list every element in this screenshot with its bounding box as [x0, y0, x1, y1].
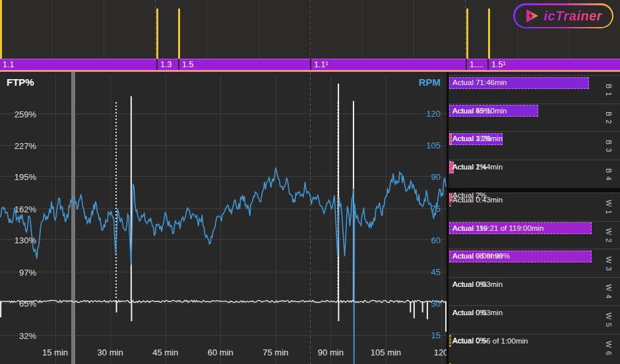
stat-group-label: W 2 [600, 222, 617, 250]
rpm-tick-label: 30 [408, 299, 441, 309]
ftp-tick-label: 65% [3, 299, 36, 309]
stat-row[interactable]: Actual 1:28min [449, 132, 620, 146]
stat-row-text: Actual 0:43min [452, 193, 503, 207]
timeline-gridline [362, 0, 363, 59]
ftp-tick-label: 195% [3, 172, 36, 182]
stat-row[interactable]: Actual 119:21 of 119:00min [449, 222, 620, 235]
stat-row-text: Actual 0:56 of 1:00min [452, 334, 528, 348]
stat-group: Actual 45:10minActual 37%B 2 [449, 104, 620, 132]
stat-group-label: W 6 [600, 334, 617, 363]
rpm-tick-label: 90 [408, 172, 441, 182]
stat-row[interactable]: Actual 2:44min [449, 160, 620, 174]
stat-group-label: W 4 [600, 278, 617, 306]
segment-label: 1.1¹ [314, 60, 328, 69]
logo-pill: icTrainer [515, 5, 612, 27]
ictrainer-app: 1.11.31.51.1¹1....1.5¹ icTrainer [0, 0, 620, 364]
timeline-gridline [259, 0, 259, 59]
timeline-gridline-dashed [155, 0, 156, 59]
stat-group: Actual 1:28minActual 1%B 3 [449, 131, 620, 160]
segment-label: 1.3 [160, 60, 171, 69]
stat-group: Actual 0:09minActual 0%W 3 [449, 249, 620, 277]
stat-group-label: W 1 [600, 193, 617, 222]
stat-row-text: Actual 45:10min [452, 104, 507, 118]
stat-row[interactable]: Actual 0:09min [449, 249, 620, 263]
stat-row[interactable]: Actual 0:43min [449, 193, 620, 207]
stat-row-text: Actual 119:21 of 119:00min [452, 222, 543, 235]
rpm-tick-label: 60 [408, 235, 441, 245]
time-tick-label: 30 min [87, 348, 133, 357]
segment-label: 1.5¹ [491, 60, 506, 69]
time-tick-label: 120 [418, 348, 447, 357]
rpm-tick-label: 120 [408, 109, 441, 119]
time-tick-label: 90 min [307, 348, 354, 357]
timeline-gridline-dashed [465, 0, 466, 59]
stat-row[interactable]: Actual 0:03min [449, 306, 620, 320]
stat-group-label: B 1 [600, 76, 617, 104]
timeline-gridline-dashed [310, 0, 311, 59]
time-tick-label: 60 min [197, 348, 243, 357]
stat-group-label: B 2 [600, 104, 617, 133]
workout-chart: FTP% RPM 259%120227%105195%90162%75130%6… [0, 72, 447, 364]
time-tick-label: 105 min [363, 348, 409, 357]
stat-row-text: Actual 0:03min [452, 306, 503, 320]
timeline-segment[interactable]: 1.3 [158, 59, 178, 70]
timeline-segment[interactable]: 1.5¹ [489, 59, 620, 70]
time-tick-label: 45 min [142, 348, 189, 357]
timeline-gridline [414, 0, 414, 59]
timeline-gridline [104, 0, 104, 59]
stat-group-label: W 5 [600, 306, 617, 334]
ftp-tick-label: 259% [3, 109, 36, 119]
cadence-line [0, 168, 446, 364]
stat-group-label: B 4 [600, 160, 617, 189]
stat-group: Actual 0:56 of 1:00minActual 1 of 1%W 6 [449, 334, 620, 362]
stat-row[interactable]: Actual 45:10min [449, 104, 620, 118]
rpm-tick-label: 105 [408, 140, 441, 150]
rpm-axis-title: RPM [408, 76, 441, 88]
segment-label: 1.1 [3, 60, 14, 69]
segment-stats-panel: Actual 71:46minActual 59%B 1Actual 45:10… [449, 72, 620, 364]
timeline-segment[interactable]: 1.5 [179, 59, 310, 70]
rpm-tick-label: 75 [408, 204, 441, 214]
chart-series-canvas [0, 72, 447, 364]
stat-row-text: Actual 0:09min [452, 249, 503, 263]
stat-group-label: W 3 [600, 249, 617, 278]
rpm-tick-label: 45 [408, 267, 441, 277]
stat-row-text: Actual 2:44min [452, 160, 503, 174]
workout-timeline[interactable]: 1.11.31.51.1¹1....1.5¹ icTrainer [0, 0, 620, 70]
timeline-gridline [206, 0, 207, 59]
ftp-tick-label: 32% [3, 331, 36, 341]
ictrainer-logo: icTrainer [513, 3, 613, 28]
timeline-gridline [51, 0, 52, 59]
timeline-segment[interactable]: 1.... [467, 59, 487, 70]
interval-marker [0, 0, 2, 59]
ftp-tick-label: 162% [3, 204, 36, 214]
time-tick-label: 15 min [32, 348, 78, 357]
stat-row[interactable]: Actual 0:56 of 1:00min [449, 334, 620, 348]
stat-row[interactable]: Actual 71:46min [449, 76, 620, 90]
stat-row-text: Actual 1:28min [452, 132, 503, 146]
interval-marker [156, 9, 158, 59]
stat-bar [449, 195, 451, 206]
time-tick-label: 75 min [253, 348, 299, 357]
stat-row-text: Actual 71:46min [452, 76, 507, 90]
stat-row[interactable]: Actual 0:03min [449, 278, 620, 291]
stat-bar [449, 133, 452, 145]
stat-group: Actual 2:44minActual 2%B 4 [449, 160, 620, 188]
segment-bar: 1.11.31.51.1¹1....1.5¹ [0, 59, 620, 70]
timeline-segment[interactable]: 1.1¹ [311, 59, 466, 70]
stat-group-label: B 3 [600, 132, 617, 160]
play-bolt-icon [524, 8, 540, 24]
segment-label: 1.... [470, 60, 483, 69]
stat-row-text: Actual 0:03min [452, 278, 503, 291]
timeline-progress-line [0, 70, 620, 72]
stat-group: Actual 71:46minActual 59%B 1 [449, 75, 620, 104]
ftp-tick-label: 97% [3, 268, 36, 278]
timeline-segment[interactable]: 1.1 [0, 59, 156, 70]
power-line [0, 301, 446, 303]
ftp-tick-label: 227% [3, 141, 36, 151]
stat-group: Actual 0:03minActual 0%W 4 [449, 277, 620, 305]
segment-label: 1.5 [182, 60, 193, 69]
logo-text: icTrainer [544, 9, 603, 24]
stat-bar [449, 335, 451, 347]
ftp-tick-label: 130% [3, 235, 36, 245]
